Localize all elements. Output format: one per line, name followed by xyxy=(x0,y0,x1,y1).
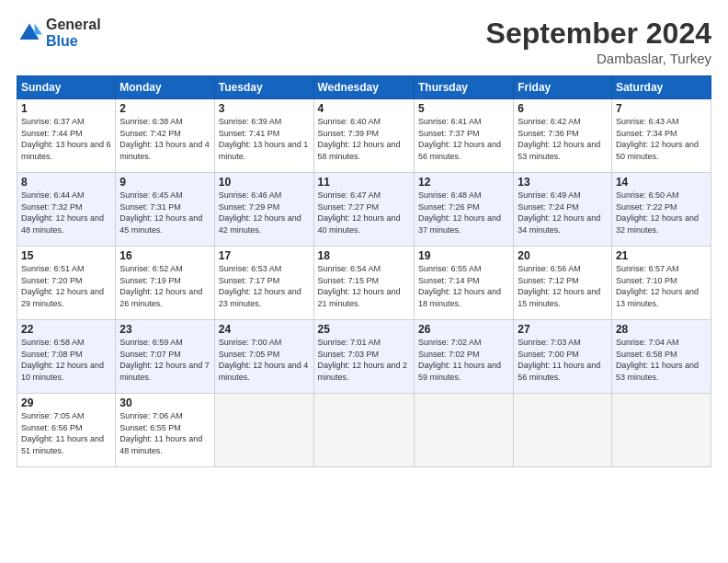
table-row: 11 Sunrise: 6:47 AMSunset: 7:27 PMDaylig… xyxy=(313,173,414,247)
table-row: 26 Sunrise: 7:02 AMSunset: 7:02 PMDaylig… xyxy=(414,320,513,394)
table-row: 5 Sunrise: 6:41 AMSunset: 7:37 PMDayligh… xyxy=(414,99,513,173)
week-row: 15 Sunrise: 6:51 AMSunset: 7:20 PMDaylig… xyxy=(17,247,711,320)
col-sunday: Sunday xyxy=(17,76,116,99)
table-row: 12 Sunrise: 6:48 AMSunset: 7:26 PMDaylig… xyxy=(414,173,513,247)
col-saturday: Saturday xyxy=(611,76,711,99)
title-block: September 2024 Dambaslar, Turkey xyxy=(486,17,711,66)
table-row xyxy=(214,394,313,467)
col-friday: Friday xyxy=(514,76,612,99)
table-row: 27 Sunrise: 7:03 AMSunset: 7:00 PMDaylig… xyxy=(514,320,612,394)
table-row: 20 Sunrise: 6:56 AMSunset: 7:12 PMDaylig… xyxy=(514,247,612,320)
calendar-table: Sunday Monday Tuesday Wednesday Thursday… xyxy=(17,75,711,467)
table-row: 15 Sunrise: 6:51 AMSunset: 7:20 PMDaylig… xyxy=(17,247,116,320)
table-row: 13 Sunrise: 6:49 AMSunset: 7:24 PMDaylig… xyxy=(514,173,612,247)
table-row: 3 Sunrise: 6:39 AMSunset: 7:41 PMDayligh… xyxy=(214,99,313,173)
table-row: 10 Sunrise: 6:46 AMSunset: 7:29 PMDaylig… xyxy=(214,173,313,247)
table-row: 6 Sunrise: 6:42 AMSunset: 7:36 PMDayligh… xyxy=(514,99,612,173)
table-row: 14 Sunrise: 6:50 AMSunset: 7:22 PMDaylig… xyxy=(611,173,711,247)
month-title: September 2024 xyxy=(486,17,711,51)
week-row: 29 Sunrise: 7:05 AMSunset: 6:56 PMDaylig… xyxy=(17,394,711,467)
logo-blue: Blue xyxy=(46,33,101,50)
logo-general: General xyxy=(46,17,101,33)
col-monday: Monday xyxy=(116,76,214,99)
table-row: 7 Sunrise: 6:43 AMSunset: 7:34 PMDayligh… xyxy=(611,99,711,173)
table-row xyxy=(514,394,612,467)
table-row: 4 Sunrise: 6:40 AMSunset: 7:39 PMDayligh… xyxy=(313,99,414,173)
week-row: 22 Sunrise: 6:58 AMSunset: 7:08 PMDaylig… xyxy=(17,320,711,394)
table-row: 30 Sunrise: 7:06 AMSunset: 6:55 PMDaylig… xyxy=(116,394,214,467)
table-row: 16 Sunrise: 6:52 AMSunset: 7:19 PMDaylig… xyxy=(116,247,214,320)
table-row: 28 Sunrise: 7:04 AMSunset: 6:58 PMDaylig… xyxy=(611,320,711,394)
table-row: 2 Sunrise: 6:38 AMSunset: 7:42 PMDayligh… xyxy=(116,99,214,173)
table-row xyxy=(611,394,711,467)
table-row: 1 Sunrise: 6:37 AMSunset: 7:44 PMDayligh… xyxy=(17,99,116,173)
col-thursday: Thursday xyxy=(414,76,513,99)
table-row: 9 Sunrise: 6:45 AMSunset: 7:31 PMDayligh… xyxy=(116,173,214,247)
table-row: 25 Sunrise: 7:01 AMSunset: 7:03 PMDaylig… xyxy=(313,320,414,394)
logo-icon xyxy=(17,20,42,46)
col-tuesday: Tuesday xyxy=(214,76,313,99)
calendar-page: General Blue September 2024 Dambaslar, T… xyxy=(0,0,728,563)
table-row: 8 Sunrise: 6:44 AMSunset: 7:32 PMDayligh… xyxy=(17,173,116,247)
col-wednesday: Wednesday xyxy=(313,76,414,99)
table-row: 24 Sunrise: 7:00 AMSunset: 7:05 PMDaylig… xyxy=(214,320,313,394)
week-row: 8 Sunrise: 6:44 AMSunset: 7:32 PMDayligh… xyxy=(17,173,711,247)
week-row: 1 Sunrise: 6:37 AMSunset: 7:44 PMDayligh… xyxy=(17,99,711,173)
table-row xyxy=(313,394,414,467)
location-subtitle: Dambaslar, Turkey xyxy=(486,51,711,66)
table-row: 17 Sunrise: 6:53 AMSunset: 7:17 PMDaylig… xyxy=(214,247,313,320)
table-row xyxy=(414,394,513,467)
logo: General Blue xyxy=(17,17,101,49)
logo-text: General Blue xyxy=(46,17,101,49)
table-row: 22 Sunrise: 6:58 AMSunset: 7:08 PMDaylig… xyxy=(17,320,116,394)
table-row: 19 Sunrise: 6:55 AMSunset: 7:14 PMDaylig… xyxy=(414,247,513,320)
header-row: Sunday Monday Tuesday Wednesday Thursday… xyxy=(17,76,711,99)
table-row: 21 Sunrise: 6:57 AMSunset: 7:10 PMDaylig… xyxy=(611,247,711,320)
table-row: 23 Sunrise: 6:59 AMSunset: 7:07 PMDaylig… xyxy=(116,320,214,394)
table-row: 18 Sunrise: 6:54 AMSunset: 7:15 PMDaylig… xyxy=(313,247,414,320)
table-row: 29 Sunrise: 7:05 AMSunset: 6:56 PMDaylig… xyxy=(17,394,116,467)
header: General Blue September 2024 Dambaslar, T… xyxy=(17,17,711,66)
